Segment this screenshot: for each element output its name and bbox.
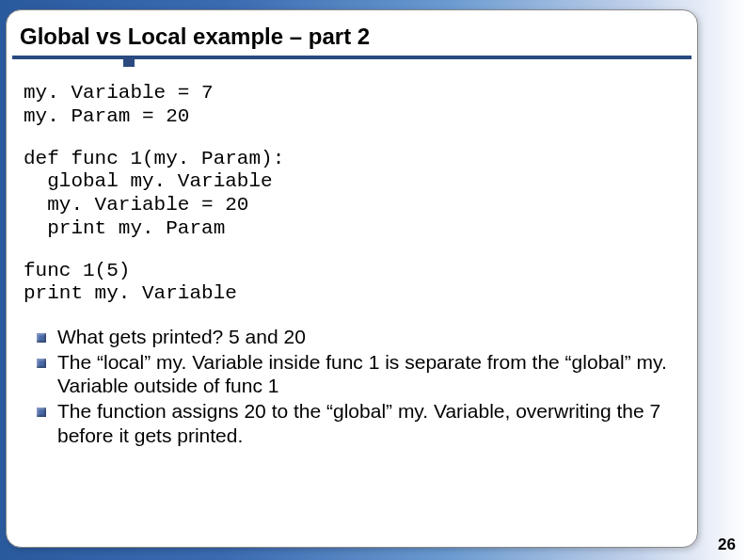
code-block-3: func 1(5) print my. Variable xyxy=(24,260,680,307)
list-item: The function assigns 20 to the “global” … xyxy=(37,399,680,447)
list-item: What gets printed? 5 and 20 xyxy=(37,325,680,349)
title-area: Global vs Local example – part 2 xyxy=(12,10,691,59)
bullet-list: What gets printed? 5 and 20 The “local” … xyxy=(24,325,680,447)
code-block-2: def func 1(my. Param): global my. Variab… xyxy=(24,148,680,241)
page-number: 26 xyxy=(718,536,736,554)
code-block-1: my. Variable = 7 my. Param = 20 xyxy=(24,82,680,129)
slide-content: my. Variable = 7 my. Param = 20 def func… xyxy=(7,59,697,457)
slide-title: Global vs Local example – part 2 xyxy=(20,24,675,50)
title-accent-square xyxy=(123,56,135,67)
slide-card: Global vs Local example – part 2 my. Var… xyxy=(6,9,698,548)
list-item: The “local” my. Variable inside func 1 i… xyxy=(37,350,680,398)
